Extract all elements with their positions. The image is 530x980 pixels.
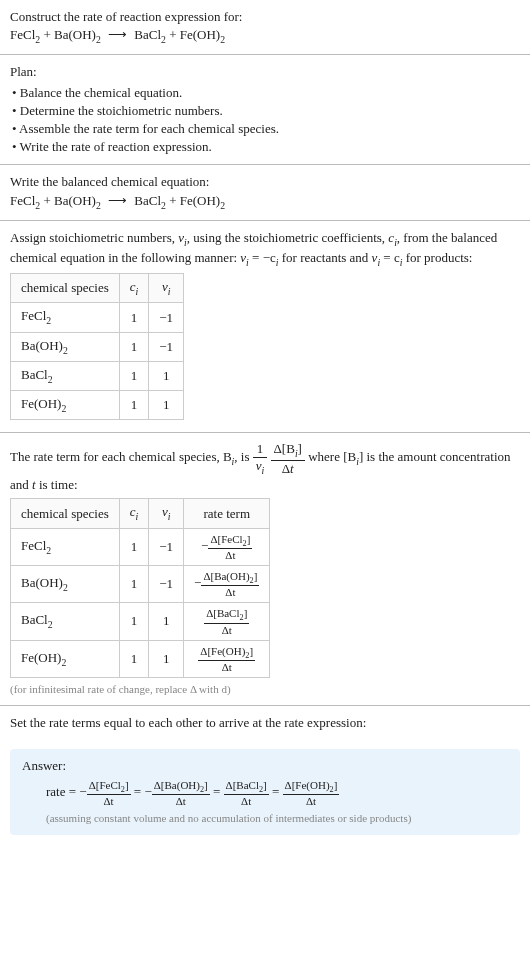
- input-equation: FeCl2 + Ba(OH)2 ⟶ BaCl2 + Fe(OH)2: [10, 26, 520, 46]
- set-equal-section: Set the rate terms equal to each other t…: [0, 706, 530, 740]
- reaction-arrow-icon: ⟶: [108, 27, 127, 42]
- answer-box: Answer: rate = −Δ[FeCl2]Δt = −Δ[Ba(OH)2]…: [10, 749, 520, 835]
- plan-item: Assemble the rate term for each chemical…: [12, 120, 520, 138]
- plan-title: Plan:: [10, 63, 520, 81]
- balanced-equation: FeCl2 + Ba(OH)2 ⟶ BaCl2 + Fe(OH)2: [10, 192, 520, 212]
- prompt-section: Construct the rate of reaction expressio…: [0, 0, 530, 55]
- table-row: BaCl2 1 1 Δ[BaCl2]Δt: [11, 603, 270, 640]
- table-row: Fe(OH)2 1 1: [11, 391, 184, 420]
- stoich-section: Assign stoichiometric numbers, νi, using…: [0, 221, 530, 434]
- delta-b-over-delta-t: Δ[Bi] Δt: [271, 441, 305, 476]
- one-over-nu: 1 νi: [253, 441, 268, 476]
- table-row: Ba(OH)2 1 −1: [11, 332, 184, 361]
- col-ci: ci: [119, 499, 149, 528]
- col-species: chemical species: [11, 274, 120, 303]
- answer-label: Answer:: [22, 757, 508, 775]
- table-header-row: chemical species ci νi: [11, 274, 184, 303]
- prompt-text: Construct the rate of reaction expressio…: [10, 8, 520, 26]
- plan-section: Plan: Balance the chemical equation. Det…: [0, 55, 530, 165]
- table-row: Fe(OH)2 1 1 Δ[Fe(OH)2]Δt: [11, 640, 270, 677]
- balanced-equation-section: Write the balanced chemical equation: Fe…: [0, 165, 530, 220]
- col-nui: νi: [149, 274, 184, 303]
- rate-term-intro: The rate term for each chemical species,…: [10, 441, 520, 494]
- table-header-row: chemical species ci νi rate term: [11, 499, 270, 528]
- plan-item: Write the rate of reaction expression.: [12, 138, 520, 156]
- table-row: FeCl2 1 −1 −Δ[FeCl2]Δt: [11, 528, 270, 565]
- stoich-table: chemical species ci νi FeCl2 1 −1 Ba(OH)…: [10, 273, 184, 420]
- col-rate-term: rate term: [184, 499, 270, 528]
- table-row: FeCl2 1 −1: [11, 303, 184, 332]
- table-row: BaCl2 1 1: [11, 361, 184, 390]
- reaction-arrow-icon: ⟶: [108, 193, 127, 208]
- stoich-intro: Assign stoichiometric numbers, νi, using…: [10, 229, 520, 269]
- answer-note: (assuming constant volume and no accumul…: [46, 811, 508, 826]
- plan-list: Balance the chemical equation. Determine…: [10, 84, 520, 157]
- plan-item: Determine the stoichiometric numbers.: [12, 102, 520, 120]
- table-row: Ba(OH)2 1 −1 −Δ[Ba(OH)2]Δt: [11, 566, 270, 603]
- infinitesimal-note: (for infinitesimal rate of change, repla…: [10, 682, 520, 697]
- plan-item: Balance the chemical equation.: [12, 84, 520, 102]
- col-species: chemical species: [11, 499, 120, 528]
- col-nui: νi: [149, 499, 184, 528]
- rate-expression: rate = −Δ[FeCl2]Δt = −Δ[Ba(OH)2]Δt = Δ[B…: [46, 779, 508, 807]
- rate-term-table: chemical species ci νi rate term FeCl2 1…: [10, 498, 270, 678]
- set-equal-text: Set the rate terms equal to each other t…: [10, 714, 520, 732]
- rate-term-section: The rate term for each chemical species,…: [0, 433, 530, 706]
- col-ci: ci: [119, 274, 149, 303]
- balanced-title: Write the balanced chemical equation:: [10, 173, 520, 191]
